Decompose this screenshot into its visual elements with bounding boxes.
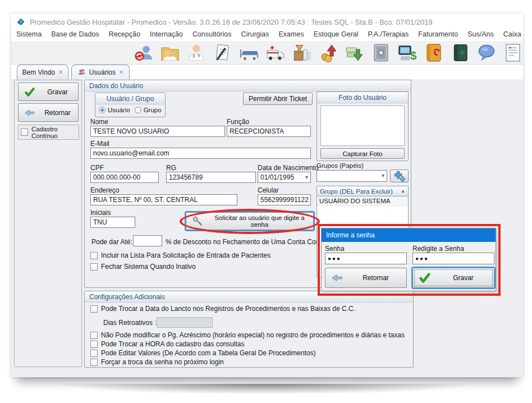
incluir-lista-checkbox[interactable] <box>90 252 98 259</box>
menu-internacao[interactable]: Internação <box>150 30 183 41</box>
gravar-button[interactable]: Gravar <box>18 83 79 101</box>
iniciais-label: Iniciais <box>90 209 111 217</box>
patients-folder-icon[interactable] <box>160 43 180 63</box>
radio-usuario[interactable] <box>99 107 106 113</box>
key-icon <box>192 215 204 227</box>
add-grupo-button[interactable] <box>390 170 409 182</box>
grupo-grid-header[interactable]: Grupo (DEL Para Excluir) ▲ <box>317 186 409 196</box>
cadastro-continuo-box: Cadastro Contínuo <box>18 125 79 140</box>
prescription-icon[interactable] <box>213 43 233 63</box>
stock-icon[interactable] <box>292 43 312 63</box>
dias-retroativos-label: Dias Retroativos : <box>103 319 157 327</box>
solicitar-senha-button[interactable]: Solicitar ao usuário que digite a senha <box>186 212 314 230</box>
report-icon[interactable] <box>503 43 523 63</box>
menu-base-de-dados[interactable]: Base de Dados <box>51 30 99 41</box>
dialog-retornar-button[interactable]: Retornar <box>325 268 407 288</box>
forcar-troca-senha-checkbox[interactable] <box>90 359 98 366</box>
dialog-gravar-button[interactable]: Gravar <box>412 268 494 288</box>
menu-consultorios[interactable]: Consultórios <box>192 30 231 41</box>
check-icon <box>419 272 431 284</box>
hospital-bed-icon[interactable] <box>239 43 259 63</box>
arrow-left-icon <box>331 272 343 284</box>
nome-value: TESTE NOVO USUARIO <box>93 127 169 135</box>
menu-sus-ans[interactable]: Sus/Ans <box>467 30 494 41</box>
app-window: Promedico Gestão Hospitalar - Promedico … <box>11 13 523 377</box>
foto-box <box>320 106 405 146</box>
menu-exames[interactable]: Exames <box>279 30 304 41</box>
phonebook-icon[interactable] <box>424 43 444 63</box>
funcao-label: Função <box>227 118 249 126</box>
expenses-up-icon[interactable] <box>318 43 338 63</box>
foto-header: Foto do Usuário <box>317 92 408 103</box>
rg-field[interactable]: 123456789 <box>166 172 256 183</box>
menu-caixa[interactable]: Caixa <box>503 30 521 41</box>
nome-label: Nome <box>90 118 108 126</box>
ambulance-icon[interactable] <box>265 43 286 63</box>
dias-retroativos-field[interactable] <box>157 317 213 328</box>
nao-modificar-acrescimo-checkbox[interactable] <box>90 332 98 339</box>
grupo-list-item[interactable]: USUÁRIO DO SISTEMA <box>317 196 408 206</box>
trocar-hora-checkbox[interactable] <box>90 341 98 348</box>
email-value: novo.usuario@email.com <box>93 149 169 157</box>
app-icon <box>16 17 25 26</box>
senha-field[interactable]: ●●● <box>325 253 407 264</box>
grupos-combo[interactable]: ▾ <box>317 170 387 182</box>
menu-sistema[interactable]: Sistema <box>16 30 42 41</box>
fechar-sistema-checkbox[interactable] <box>90 263 98 271</box>
users-sync-icon[interactable] <box>134 43 154 63</box>
retornar-button[interactable]: Retornar <box>18 103 79 122</box>
trocar-data-lancto-checkbox[interactable] <box>90 305 98 313</box>
chk4-row: Pode Editar Valores (De Acordo com a Tab… <box>90 349 315 357</box>
revenue-down-icon[interactable] <box>345 43 365 63</box>
redigite-label: Redigite a Senha <box>412 245 464 253</box>
tab-bem-vindo[interactable]: Bem Vindo ✕ <box>17 65 68 79</box>
nome-field[interactable]: TESTE NOVO USUARIO <box>90 126 225 137</box>
radio-grupo-label: Grupo <box>144 107 162 113</box>
celular-field[interactable]: 5562999991122 <box>258 194 311 205</box>
doctor-icon[interactable] <box>186 43 207 63</box>
fechar-sistema-label: Fechar Sistema Quando Inativo <box>101 263 196 271</box>
cadastro-continuo-checkbox[interactable] <box>21 129 28 136</box>
usuario-grupo-box: Usuário / Grupo Usuário Grupo <box>95 93 166 117</box>
cpf-value: 000.000.000-00 <box>93 173 140 181</box>
menu-recepcao[interactable]: Recepção <box>109 30 140 41</box>
dropdown-icon[interactable]: ▾ <box>382 172 384 178</box>
capturar-foto-button[interactable]: Capturar Foto <box>320 148 405 159</box>
percent-field[interactable] <box>133 235 162 246</box>
cpf-field[interactable]: 000.000.000-00 <box>90 172 159 183</box>
menu-cirurgias[interactable]: Cirurgias <box>241 30 269 41</box>
permitir-abrir-ticket-button[interactable]: Permitir Abrir Ticket <box>243 93 313 105</box>
chat-icon[interactable] <box>476 43 497 63</box>
redigite-field[interactable]: ●●● <box>412 253 494 264</box>
radio-grupo[interactable] <box>135 107 141 113</box>
iniciais-field[interactable]: TNU <box>90 217 135 228</box>
endereco-field[interactable]: RUA TESTE, Nº 00, ST. CENTRAL <box>90 194 237 205</box>
users-icon <box>77 68 86 76</box>
editar-valores-checkbox[interactable] <box>90 350 98 357</box>
ledger-book-icon[interactable] <box>450 43 470 63</box>
funcao-field[interactable]: RECEPCIONISTA <box>227 126 311 137</box>
nascimento-label: Data de Nascimento <box>258 164 319 172</box>
nascimento-field[interactable]: 01/01/1995▾ <box>258 172 311 183</box>
safe-icon[interactable] <box>371 43 391 63</box>
tab-bem-vindo-label: Bem Vindo <box>22 68 55 76</box>
tab-usuarios[interactable]: Usuários ✕ <box>71 65 130 79</box>
email-field[interactable]: novo.usuario@email.com <box>90 148 311 159</box>
sidebar: Gravar Retornar Cadastro Contínuo <box>14 80 82 367</box>
tab-close-icon[interactable]: ✕ <box>119 69 123 75</box>
pode-dar-ate-label: Pode dar Até: <box>91 238 132 246</box>
chk1-row: Pode Trocar a Data do Lancto nos Registr… <box>90 305 355 313</box>
senha-label: Senha <box>325 245 345 253</box>
informe-senha-dialog: Informe a senha Senha Redigite a Senha ●… <box>321 228 496 291</box>
billing-icon[interactable]: $ <box>397 43 418 63</box>
toolbar: $ <box>11 41 523 65</box>
menu-faturamento[interactable]: Faturamento <box>418 30 458 41</box>
dropdown-icon[interactable]: ▾ <box>305 174 308 180</box>
celular-label: Celular <box>258 186 279 194</box>
menu-estoque-geral[interactable]: Estoque Geral <box>314 30 359 41</box>
sort-asc-icon[interactable]: ▲ <box>401 189 405 194</box>
screenshot-page: Promedico Gestão Hospitalar - Promedico … <box>0 0 532 403</box>
tab-close-icon[interactable]: ✕ <box>58 69 63 75</box>
menu-pa-terapias[interactable]: P.A./Terapias <box>368 30 409 41</box>
editar-valores-label: Pode Editar Valores (De Acordo com a Tab… <box>101 349 315 357</box>
